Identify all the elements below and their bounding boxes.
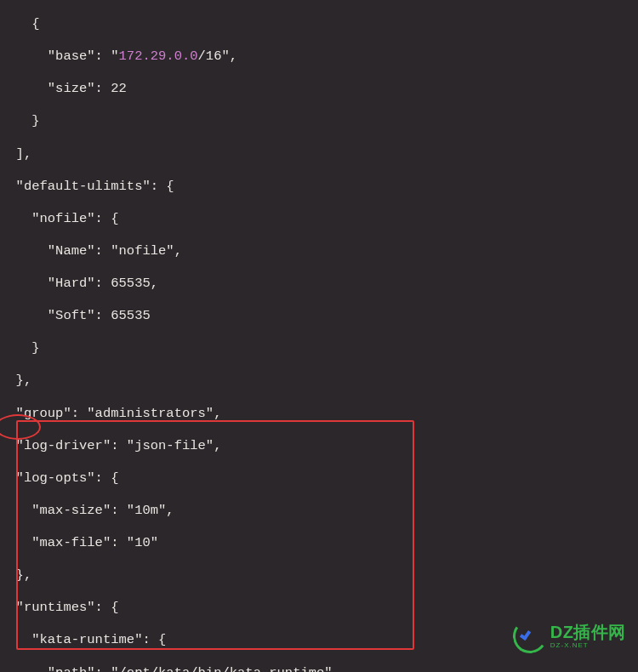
- code-line: "nofile": {: [0, 211, 638, 227]
- code-line: },: [0, 567, 638, 584]
- watermark-text: DZ插件网 DZ-X.NET: [550, 624, 626, 649]
- code-line: }: [0, 340, 638, 356]
- code-line: "log-opts": {: [0, 470, 638, 487]
- watermark-logo-icon: [510, 617, 550, 656]
- code-line: "base": "172.29.0.0/16",: [0, 48, 638, 65]
- code-line: {: [0, 16, 638, 32]
- code-line: "default-ulimits": {: [0, 179, 638, 195]
- code-line: "size": 22: [0, 81, 638, 97]
- code-block: { "base": "172.29.0.0/16", "size": 22 } …: [0, 0, 638, 672]
- code-line: "group": "administrators",: [0, 406, 638, 422]
- text: "base": ": [0, 48, 119, 64]
- code-line: "Hard": 65535,: [0, 276, 638, 292]
- watermark-subtitle: DZ-X.NET: [550, 642, 626, 649]
- code-line: ],: [0, 146, 638, 162]
- code-line: },: [0, 373, 638, 389]
- code-line: }: [0, 113, 638, 129]
- code-line: "max-size": "10m",: [0, 503, 638, 519]
- text: /16",: [198, 48, 238, 64]
- ip-address: 172.29.0.0: [119, 48, 198, 64]
- watermark: DZ插件网 DZ-X.NET: [513, 619, 626, 653]
- code-line: "runtimes": {: [0, 600, 638, 616]
- code-line: "log-driver": "json-file",: [0, 438, 638, 454]
- code-line: "max-file": "10": [0, 535, 638, 551]
- watermark-title: DZ插件网: [550, 624, 626, 641]
- code-line: "Soft": 65535: [0, 308, 638, 324]
- code-line: "path": "/opt/kata/bin/kata-runtime": [0, 665, 638, 672]
- code-line: "Name": "nofile",: [0, 243, 638, 259]
